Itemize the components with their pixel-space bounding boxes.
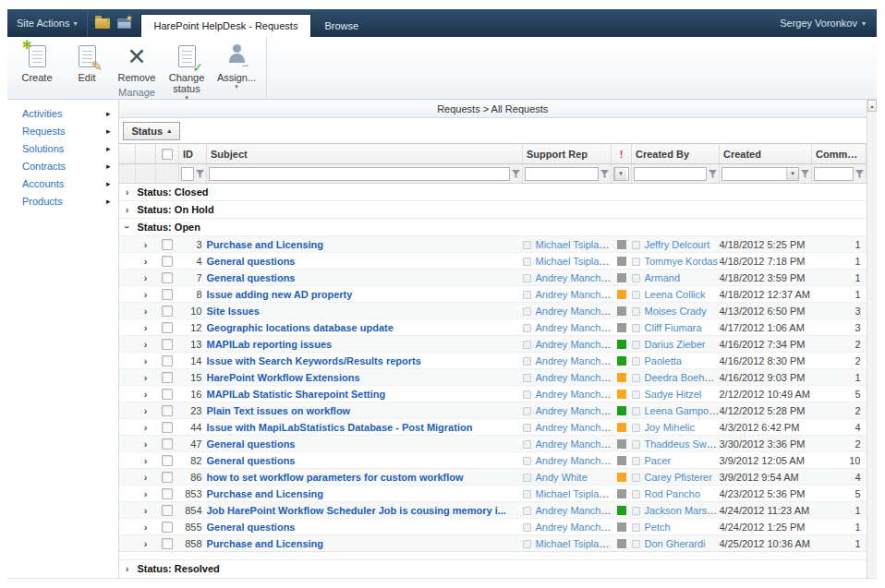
tab-harepoint-helpdesk-requests[interactable]: HarePoint HelpDesk - Requests	[140, 14, 312, 37]
row-checkbox[interactable]	[162, 505, 173, 516]
created_by-filter-input[interactable]	[634, 167, 707, 181]
created-by-link[interactable]: Tommye Kordas	[645, 256, 718, 267]
row-checkbox[interactable]	[162, 306, 173, 317]
row-checkbox[interactable]	[162, 422, 173, 433]
id-filter-input[interactable]	[181, 167, 194, 181]
row-checkbox[interactable]	[162, 355, 173, 366]
group-expander-icon[interactable]: ›	[126, 186, 129, 198]
row-checkbox[interactable]	[162, 272, 173, 283]
request-row[interactable]: ›16MAPILab Statistic Sharepoint SettingA…	[119, 386, 867, 402]
row-expander-icon[interactable]: ›	[144, 422, 148, 433]
row-expander-icon[interactable]: ›	[144, 522, 148, 533]
created-by-link[interactable]: Jackson Marsalis	[645, 505, 720, 516]
request-subject-link[interactable]: Purchase and Licensing	[207, 488, 324, 499]
column-header-created_by[interactable]: Created By	[632, 144, 720, 164]
sidebar-item-products[interactable]: Products▸	[7, 193, 118, 210]
group-expander-icon[interactable]: ›	[126, 563, 129, 574]
row-expander-icon[interactable]: ›	[144, 455, 148, 466]
row-checkbox[interactable]	[162, 389, 173, 400]
row-expander-icon[interactable]: ›	[144, 306, 148, 317]
row-checkbox[interactable]	[162, 339, 173, 350]
request-row[interactable]: ›4General questionsMichael TsiplakovTomm…	[119, 253, 867, 270]
request-subject-link[interactable]: Job HarePoint Workflow Scheduler Job is …	[207, 505, 506, 516]
request-row[interactable]: ›3Purchase and LicensingMichael Tsiplako…	[119, 236, 867, 253]
create-button[interactable]: ✱Create	[13, 40, 61, 85]
created-by-link[interactable]: Armand	[645, 272, 681, 283]
subject-filter-input[interactable]	[209, 167, 510, 181]
request-subject-link[interactable]: Geographic locations database update	[207, 322, 394, 333]
sidebar-item-activities[interactable]: Activities▸	[7, 105, 118, 123]
group-expander-icon[interactable]: ›	[126, 204, 129, 215]
created-by-link[interactable]: Pacer	[645, 455, 672, 466]
request-row[interactable]: ›14Issue with Search Keywords/Results re…	[119, 353, 867, 369]
request-row[interactable]: ›858Purchase and LicensingMichael Tsipla…	[119, 535, 867, 552]
support-rep-link[interactable]: Andrey Manchuk	[536, 522, 612, 533]
vertical-scrollbar[interactable]: ▴	[867, 100, 877, 578]
request-subject-link[interactable]: MAPILab reporting issues	[207, 339, 333, 350]
row-expander-icon[interactable]: ›	[144, 322, 148, 333]
request-subject-link[interactable]: General questions	[207, 256, 296, 267]
edit-button[interactable]: ✎Edit	[63, 40, 111, 85]
created-by-link[interactable]: Leena Gampong	[645, 405, 720, 416]
created-by-link[interactable]: Jeffry Delcourt	[645, 239, 710, 250]
column-header-comments[interactable]: Comments	[812, 144, 867, 164]
request-row[interactable]: ›855General questionsAndrey ManchukPetch…	[119, 519, 867, 535]
filter-funnel-icon[interactable]	[709, 170, 717, 178]
row-expander-icon[interactable]: ›	[144, 272, 148, 283]
row-expander-icon[interactable]: ›	[144, 239, 148, 250]
created-by-link[interactable]: Paoletta	[645, 355, 682, 366]
sidebar-item-solutions[interactable]: Solutions▸	[7, 140, 118, 158]
sidebar-item-requests[interactable]: Requests▸	[7, 123, 118, 140]
request-subject-link[interactable]: MAPILab Statistic Sharepoint Setting	[207, 389, 386, 400]
request-subject-link[interactable]: how to set workflow parameters for custo…	[207, 472, 464, 483]
support-rep-link[interactable]: Michael Tsiplakov	[536, 538, 612, 549]
row-checkbox[interactable]	[162, 522, 173, 533]
group-by-status-button[interactable]: Status ▴	[123, 122, 181, 140]
support-rep-link[interactable]: Michael Tsiplakov	[536, 239, 612, 250]
created-filter-input[interactable]	[722, 168, 786, 180]
row-checkbox[interactable]	[162, 472, 173, 483]
assign--button[interactable]: →Assign...▾	[212, 40, 261, 91]
created-by-link[interactable]: Darius Zieber	[645, 339, 706, 350]
row-checkbox[interactable]	[162, 256, 173, 267]
column-header-support_rep[interactable]: Support Rep	[523, 144, 612, 164]
navigate-up-icon[interactable]: ↑	[95, 18, 110, 29]
row-checkbox[interactable]	[162, 239, 173, 250]
support-rep-link[interactable]: Andrey Manchuk	[536, 438, 612, 450]
request-subject-link[interactable]: Site Issues	[207, 306, 260, 317]
request-row[interactable]: ›44Issue with MapiLabStatistics Database…	[119, 419, 867, 436]
support-rep-link[interactable]: Andrey Manchuk	[536, 372, 612, 383]
group-expander-icon[interactable]: ›	[121, 225, 132, 229]
row-expander-icon[interactable]: ›	[144, 355, 148, 366]
support-rep-link[interactable]: Andrey Manchuk	[536, 389, 612, 400]
row-expander-icon[interactable]: ›	[144, 389, 148, 400]
request-subject-link[interactable]: Plain Text issues on workflow	[207, 405, 351, 416]
request-row[interactable]: ›47General questionsAndrey ManchukThadde…	[119, 436, 867, 452]
select-all-checkbox[interactable]	[162, 149, 173, 160]
created-by-link[interactable]: Leena Collick	[645, 289, 706, 300]
sidebar-item-accounts[interactable]: Accounts▸	[7, 175, 118, 193]
support-rep-link[interactable]: Michael Tsiplakov	[536, 256, 612, 267]
row-expander-icon[interactable]: ›	[144, 505, 148, 516]
row-expander-icon[interactable]: ›	[144, 289, 148, 300]
row-expander-icon[interactable]: ›	[144, 405, 148, 416]
site-actions-menu[interactable]: Site Actions ▾	[7, 9, 87, 37]
row-expander-icon[interactable]: ›	[144, 538, 148, 549]
request-row[interactable]: ›23Plain Text issues on workflowAndrey M…	[119, 402, 867, 419]
support-rep-link[interactable]: Andrey Manchuk	[536, 289, 612, 300]
row-checkbox[interactable]	[162, 372, 173, 383]
request-subject-link[interactable]: Issue with Search Keywords/Results repor…	[207, 355, 421, 366]
row-expander-icon[interactable]: ›	[144, 372, 148, 383]
support-rep-link[interactable]: Andrey Manchuk	[536, 422, 612, 433]
created-by-link[interactable]: Cliff Fiumara	[645, 322, 702, 333]
request-row[interactable]: ›10Site IssuesAndrey ManchukMoises Crady…	[119, 303, 867, 319]
request-subject-link[interactable]: General questions	[207, 522, 296, 533]
filter-funnel-icon[interactable]	[512, 170, 520, 178]
row-checkbox[interactable]	[162, 405, 173, 416]
support-rep-link[interactable]: Andrey Manchuk	[536, 322, 612, 333]
priority-filter-dropdown[interactable]: ▾	[613, 167, 629, 181]
created-by-link[interactable]: Joy Mihelic	[645, 422, 695, 433]
column-header-id[interactable]: ID	[179, 144, 207, 164]
support-rep-link[interactable]: Andrey Manchuk	[536, 455, 612, 466]
created-by-link[interactable]: Rod Pancho	[645, 488, 701, 499]
